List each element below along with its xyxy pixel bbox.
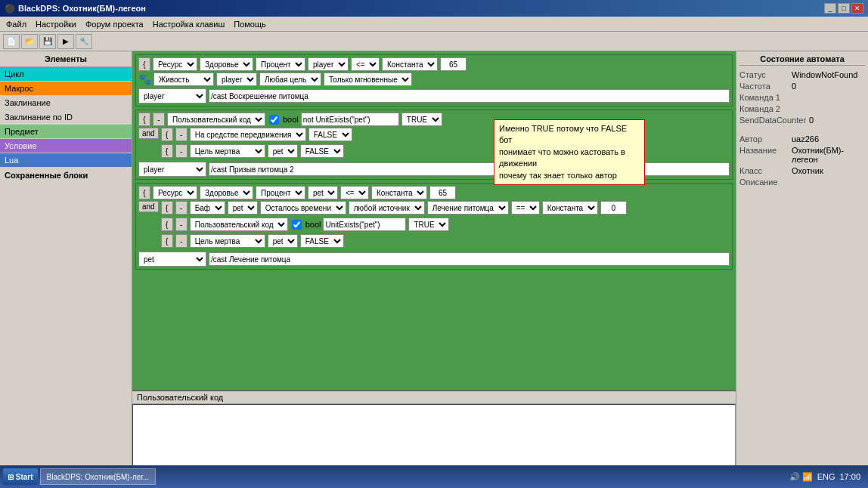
right-panel: Состояние автомата Статус WindowNotFound… (736, 51, 868, 488)
b3-bool-check[interactable] (292, 220, 302, 230)
maximize-btn[interactable]: □ (838, 3, 850, 14)
b3-usercode-val[interactable]: TRUE (408, 218, 449, 231)
menu-settings[interactable]: Настройки (31, 18, 81, 30)
taskbar-app-item[interactable]: BlackDPS: Охотник(БМ)-лег... (40, 468, 157, 485)
toolbar-icon2[interactable]: 🔧 (76, 34, 92, 49)
b3-add1[interactable]: { (161, 201, 173, 215)
b3-type[interactable]: Ресурс (153, 186, 197, 199)
minimize-btn[interactable]: _ (824, 3, 836, 14)
b3-add2[interactable]: { (161, 218, 173, 231)
senddata-value: 0 (809, 116, 814, 125)
close-btn[interactable]: ✕ (851, 3, 863, 14)
block1-spell-aim[interactable]: Любая цель (259, 73, 321, 86)
b3-buf[interactable]: Баф (190, 201, 225, 215)
desc-row: Описание (739, 178, 865, 187)
block1-spell-instant[interactable]: Только мгновенные (324, 73, 412, 86)
b3-buf-const[interactable]: Константа (542, 201, 598, 215)
b2-val3[interactable]: FALSE (300, 144, 344, 158)
b2-minus2[interactable]: - (175, 128, 188, 141)
b3-add3[interactable]: { (161, 234, 173, 248)
b3-dead[interactable]: Цель мертва (190, 234, 265, 248)
left-panel: Элементы Цикл Макрос Заклинание Заклинан… (0, 51, 132, 488)
b2-add3[interactable]: { (161, 144, 173, 158)
block1-health[interactable]: Здоровье (200, 57, 253, 71)
block1-action-target[interactable]: player (138, 88, 206, 103)
b2-expr1[interactable] (301, 113, 399, 126)
toolbar-open[interactable]: 📂 (21, 34, 38, 49)
b3-minus2[interactable]: - (175, 218, 188, 231)
scroll-area[interactable]: Именно TRUE потому что FALSE ботпонимает… (132, 51, 736, 390)
block3-row1: { Ресурс Здоровье Процент pet <= Констан… (138, 186, 730, 199)
toolbar-save[interactable]: 💾 (39, 34, 56, 49)
block1-operator[interactable]: <= (351, 57, 380, 71)
block1-type[interactable]: Ресурс (153, 57, 197, 71)
b2-bool-check1[interactable] (269, 115, 279, 125)
b2-minus3[interactable]: - (175, 144, 188, 158)
panel-item-spell-id[interactable]: Заклинание по ID (0, 110, 132, 125)
b2-bool-label1: bool (283, 115, 299, 124)
b3-usercode[interactable]: Пользовательский код (190, 218, 288, 231)
b2-val2[interactable]: FALSE (308, 128, 352, 141)
b3-op[interactable]: <= (340, 186, 369, 199)
b3-dead-val[interactable]: FALSE (300, 234, 344, 248)
block1-spell-type[interactable]: Живость (153, 73, 214, 86)
menu-forum[interactable]: Форум проекта (81, 18, 148, 30)
cmd1-row: Команда 1 (739, 93, 865, 102)
toolbar-new[interactable]: 📄 (3, 34, 20, 49)
panel-item-condition[interactable]: Условие (0, 139, 132, 153)
start-button[interactable]: ⊞ Start (3, 468, 38, 485)
taskbar-time: 17:00 (839, 472, 860, 481)
block1-value[interactable] (440, 57, 467, 71)
b3-buf-op[interactable]: == (511, 201, 540, 215)
block3-action-target[interactable]: pet (138, 252, 206, 267)
b2-val1[interactable]: TRUE (401, 113, 442, 126)
panel-item-item[interactable]: Предмет (0, 125, 132, 139)
b3-buf-source[interactable]: любой источник (349, 201, 425, 215)
panel-item-macro[interactable]: Макрос (0, 82, 132, 96)
taskbar: ⊞ Start BlackDPS: Охотник(БМ)-лег... 🔊 📶… (0, 465, 868, 488)
toolbar-run[interactable]: ▶ (57, 34, 74, 49)
desc-label: Описание (739, 178, 789, 187)
panel-item-spell[interactable]: Заклинание (0, 96, 132, 110)
b3-percent[interactable]: Процент (256, 186, 305, 199)
center-area: Именно TRUE потому что FALSE ботпонимает… (132, 51, 736, 488)
b3-buf-time[interactable]: Осталось времени (260, 201, 346, 215)
b3-buf-target[interactable]: pet (228, 201, 258, 215)
b3-health[interactable]: Здоровье (200, 186, 253, 199)
b3-buf-val[interactable] (600, 201, 627, 215)
block2-action-target[interactable]: player (138, 162, 206, 177)
block1-brace-open[interactable]: { (138, 57, 150, 71)
b2-add1[interactable]: { (138, 113, 150, 126)
b2-add2[interactable]: { (161, 128, 173, 141)
block2-action-command[interactable] (209, 162, 730, 176)
b3-dead-target[interactable]: pet (268, 234, 298, 248)
b3-value[interactable] (429, 186, 456, 199)
block1-target1[interactable]: player (308, 57, 349, 71)
panel-item-lua[interactable]: Lua (0, 153, 132, 168)
block1-percent[interactable]: Процент (256, 57, 305, 71)
b2-dead-target[interactable]: pet (268, 144, 298, 158)
menu-help[interactable]: Помощь (229, 18, 271, 30)
block3-action-command[interactable] (209, 252, 730, 266)
b2-minus1[interactable]: - (153, 113, 165, 126)
block1-action-command[interactable] (209, 89, 730, 103)
b3-minus3[interactable]: - (175, 234, 188, 248)
block2-cond3: { - Цель мертва pet FALSE (161, 144, 352, 158)
b2-dead[interactable]: Цель мертва (190, 144, 265, 158)
b2-movement[interactable]: На средстве передвижения (190, 128, 306, 141)
b3-expr[interactable] (323, 218, 406, 231)
menu-keybinds[interactable]: Настройка клавиш (148, 18, 230, 30)
b3-target[interactable]: pet (308, 186, 338, 199)
b2-usercode1[interactable]: Пользовательский код (167, 113, 265, 126)
b3-brace[interactable]: { (138, 186, 150, 199)
block3-usercode: { - Пользовательский код bool TRUE (161, 218, 627, 231)
menu-file[interactable]: Файл (2, 18, 31, 30)
b3-minus1[interactable]: - (175, 201, 188, 215)
block1-spell-target[interactable]: player (216, 73, 257, 86)
block1-const1[interactable]: Константа (382, 57, 438, 71)
panel-item-cycle[interactable]: Цикл (0, 67, 132, 82)
b3-bool-label: bool (305, 220, 321, 229)
b3-buf-spell[interactable]: Лечение питомца (427, 201, 509, 215)
block3-buf: { - Баф pet Осталось времени любой источ… (161, 201, 627, 215)
b3-const[interactable]: Константа (371, 186, 427, 199)
